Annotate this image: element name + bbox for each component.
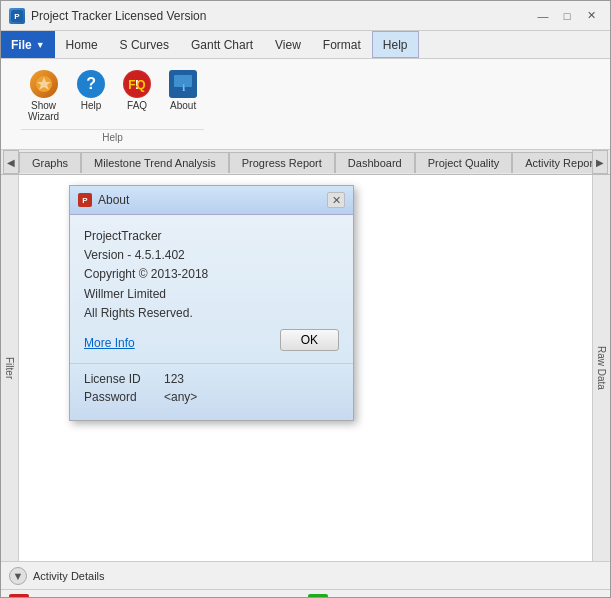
scroll-plus-button[interactable]: + — [308, 594, 328, 599]
raw-data-sidebar[interactable]: Raw Data — [592, 175, 610, 561]
app-icon: P — [9, 8, 25, 24]
password-row: Password <any> — [84, 390, 339, 404]
filter-sidebar[interactable]: Filter — [1, 175, 19, 561]
help-label: Help — [81, 100, 102, 111]
tabs-container: ◀ Graphs Milestone Trend Analysis Progre… — [1, 150, 610, 175]
minimize-button[interactable]: — — [532, 6, 554, 26]
menu-view[interactable]: View — [264, 31, 312, 58]
tab-scroll-right[interactable]: ▶ — [592, 150, 608, 174]
dialog-overlay: P About ✕ ProjectTracker Version - 4.5.1… — [19, 175, 592, 561]
password-label: Password — [84, 390, 164, 404]
activity-details-label: Activity Details — [33, 570, 105, 582]
window-title: Project Tracker Licensed Version — [31, 9, 206, 23]
tab-dashboard[interactable]: Dashboard — [335, 152, 415, 173]
title-bar-left: P Project Tracker Licensed Version — [9, 8, 206, 24]
menu-help[interactable]: Help — [372, 31, 419, 58]
tab-activity-report[interactable]: Activity Report — [512, 152, 592, 173]
more-info-link[interactable]: More Info — [84, 336, 135, 350]
dialog-app-icon: P — [78, 193, 92, 207]
menu-home[interactable]: Home — [55, 31, 109, 58]
company-text: Willmer Limited — [84, 285, 339, 304]
help-button[interactable]: ? Help — [70, 65, 112, 127]
ok-button[interactable]: OK — [280, 329, 339, 351]
dialog-title-text: About — [98, 193, 129, 207]
expand-activity-button[interactable]: ▼ — [9, 567, 27, 585]
dialog-info-section: ProjectTracker Version - 4.5.1.402 Copyr… — [70, 215, 353, 364]
main-area: Filter P About ✕ — [1, 175, 610, 561]
svg-text:P: P — [14, 12, 20, 21]
tab-milestone[interactable]: Milestone Trend Analysis — [81, 152, 229, 173]
copyright-text: Copyright © 2013-2018 — [84, 265, 339, 284]
window-controls: — □ ✕ — [532, 6, 602, 26]
tab-progress[interactable]: Progress Report — [229, 152, 335, 173]
ribbon-help-group: ShowWizard ? Help ! F Q FAQ — [9, 63, 216, 145]
wizard-label: ShowWizard — [28, 100, 59, 122]
rights-text: All Rights Reserved. — [84, 304, 339, 323]
ribbon-group-label: Help — [21, 129, 204, 143]
svg-text:Q: Q — [136, 78, 145, 92]
scrollbar-area: − + — [1, 589, 610, 598]
dialog-fields-section: License ID 123 Password <any> — [70, 364, 353, 420]
faq-button[interactable]: ! F Q FAQ — [116, 65, 158, 127]
dialog-title-left: P About — [78, 193, 129, 207]
about-label: About — [170, 100, 196, 111]
menu-scurves[interactable]: S Curves — [109, 31, 180, 58]
maximize-button[interactable]: □ — [556, 6, 578, 26]
title-bar: P Project Tracker Licensed Version — □ ✕ — [1, 1, 610, 31]
bottom-bar: ▼ Activity Details — [1, 561, 610, 589]
version-text: Version - 4.5.1.402 — [84, 246, 339, 265]
show-wizard-button[interactable]: ShowWizard — [21, 65, 66, 127]
license-id-label: License ID — [84, 372, 164, 386]
license-id-row: License ID 123 — [84, 372, 339, 386]
file-menu[interactable]: File ▼ — [1, 31, 55, 58]
content-pane: P About ✕ ProjectTracker Version - 4.5.1… — [19, 175, 592, 561]
ribbon: ShowWizard ? Help ! F Q FAQ — [1, 59, 610, 150]
password-value: <any> — [164, 390, 197, 404]
close-button[interactable]: ✕ — [580, 6, 602, 26]
wizard-icon — [30, 70, 58, 98]
menu-bar: File ▼ Home S Curves Gantt Chart View Fo… — [1, 31, 610, 59]
tab-graphs[interactable]: Graphs — [19, 152, 81, 173]
faq-icon: ! F Q — [123, 70, 151, 98]
help-icon: ? — [77, 70, 105, 98]
tabs: Graphs Milestone Trend Analysis Progress… — [19, 152, 592, 173]
scroll-minus-button[interactable]: − — [9, 594, 29, 599]
license-id-value: 123 — [164, 372, 184, 386]
svg-text:F: F — [128, 78, 135, 92]
dialog-body: ProjectTracker Version - 4.5.1.402 Copyr… — [70, 215, 353, 420]
tab-scroll-left[interactable]: ◀ — [3, 150, 19, 174]
ribbon-buttons: ShowWizard ? Help ! F Q FAQ — [21, 65, 204, 127]
menu-gantt[interactable]: Gantt Chart — [180, 31, 264, 58]
app-name-text: ProjectTracker — [84, 227, 339, 246]
about-icon: ℹ — [169, 70, 197, 98]
faq-label: FAQ — [127, 100, 147, 111]
menu-format[interactable]: Format — [312, 31, 372, 58]
dialog-title-bar: P About ✕ — [70, 186, 353, 215]
svg-text:P: P — [82, 196, 88, 205]
about-dialog: P About ✕ ProjectTracker Version - 4.5.1… — [69, 185, 354, 421]
about-button[interactable]: ℹ About — [162, 65, 204, 127]
dialog-close-button[interactable]: ✕ — [327, 192, 345, 208]
tab-quality[interactable]: Project Quality — [415, 152, 513, 173]
